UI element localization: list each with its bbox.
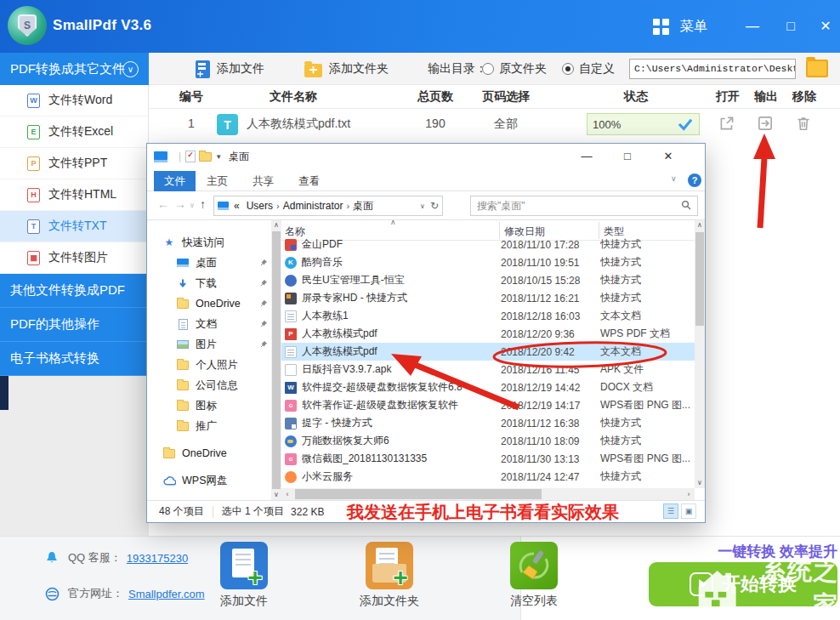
start-convert-button[interactable]: 开始转换 bbox=[649, 562, 837, 606]
nav-item[interactable]: OneDrive bbox=[147, 443, 271, 464]
file-row[interactable]: 人本教练12018/12/18 16:03文本文档 bbox=[281, 307, 695, 325]
address-box[interactable]: « Users › Administrator › 桌面 ∨ ↻ bbox=[213, 196, 443, 216]
add-folder-big-label: 添加文件夹 bbox=[355, 594, 423, 609]
sidebar-item[interactable]: H文件转HTML bbox=[0, 179, 148, 211]
maximize-button[interactable]: □ bbox=[778, 15, 803, 37]
file-row[interactable]: G微信截图_201811301313352018/11/30 13:13WPS看… bbox=[281, 450, 695, 468]
file-row[interactable]: 民生U宝管理工具-恒宝2018/10/15 15:28快捷方式 bbox=[281, 271, 695, 289]
sidebar-section[interactable]: PDF的其他操作 bbox=[0, 308, 149, 342]
explorer-close-button[interactable]: ✕ bbox=[654, 144, 683, 169]
breadcrumb-users[interactable]: Users bbox=[243, 200, 276, 212]
nav-scrollbar[interactable]: ∧ ∨ bbox=[271, 220, 281, 500]
scroll-right-icon[interactable]: › bbox=[683, 488, 695, 500]
sidebar-section[interactable]: 电子书格式转换 bbox=[0, 342, 149, 376]
table-row[interactable]: 1 T 人本教练模式pdf.txt 190 全部 100% bbox=[149, 109, 840, 140]
ribbon-collapse-icon[interactable]: ∨ bbox=[671, 174, 677, 183]
output-file-icon[interactable] bbox=[756, 114, 776, 134]
nav-item[interactable]: 图标 bbox=[147, 395, 271, 416]
details-view-icon[interactable]: ☰ bbox=[663, 503, 678, 519]
add-file-big-button[interactable]: + 添加文件 bbox=[210, 542, 278, 609]
thumbnail-view-icon[interactable]: ▣ bbox=[681, 503, 696, 519]
sidebar-header[interactable]: PDF转换成其它文件 ∨ bbox=[0, 53, 149, 85]
add-folder-icon bbox=[304, 64, 322, 77]
scroll-down-icon[interactable]: ∨ bbox=[271, 490, 281, 500]
nav-item[interactable]: ★快速访问 bbox=[147, 232, 271, 253]
refresh-icon[interactable]: ↻ bbox=[430, 200, 439, 212]
explorer-minimize-button[interactable]: — bbox=[572, 144, 601, 169]
file-icon-xiaomi bbox=[285, 471, 297, 483]
add-file-button[interactable]: 添加文件 bbox=[196, 53, 264, 85]
hscroll-thumb[interactable] bbox=[295, 489, 542, 499]
quick-access-folder-icon[interactable] bbox=[199, 152, 212, 162]
tab-file[interactable]: 文件 bbox=[154, 171, 196, 191]
add-folder-big-button[interactable]: + 添加文件夹 bbox=[355, 542, 423, 609]
output-path-input[interactable]: C:\Users\Administrator\Desktop bbox=[629, 59, 796, 79]
quick-access-dropdown-icon[interactable]: ▼ bbox=[215, 153, 222, 161]
tab-view[interactable]: 查看 bbox=[288, 171, 330, 191]
nav-item[interactable]: OneDrive bbox=[147, 293, 271, 314]
file-row[interactable]: K酷狗音乐2018/11/10 19:51快捷方式 bbox=[281, 253, 695, 271]
explorer-maximize-button[interactable]: □ bbox=[613, 144, 642, 169]
file-date-cell: 2018/10/15 15:28 bbox=[501, 275, 600, 287]
close-button[interactable]: ✕ bbox=[813, 15, 838, 37]
file-row[interactable]: 提字 - 快捷方式2018/11/12 16:38快捷方式 bbox=[281, 414, 695, 432]
menu-grid-icon[interactable] bbox=[653, 19, 669, 35]
nav-item[interactable]: WPS网盘 bbox=[147, 470, 271, 491]
file-row[interactable]: 小米云服务2018/11/24 12:47快捷方式 bbox=[281, 468, 695, 486]
list-horizontal-scrollbar[interactable]: ‹ › bbox=[281, 488, 695, 500]
nav-scroll-thumb[interactable] bbox=[272, 231, 281, 489]
sidebar-item[interactable]: P文件转PPT bbox=[0, 148, 148, 179]
history-dropdown-icon[interactable]: ∨ bbox=[190, 202, 195, 209]
file-row[interactable]: P人本教练模式pdf2018/12/20 9:36WPS PDF 文档 bbox=[281, 325, 695, 343]
browse-folder-button[interactable] bbox=[806, 60, 828, 77]
file-row[interactable]: 万能数据恢复大师62018/11/10 18:09快捷方式 bbox=[281, 432, 695, 450]
sidebar-item[interactable]: T文件转TXT bbox=[0, 211, 148, 242]
sidebar-section[interactable]: 其他文件转换成PDF bbox=[0, 274, 149, 308]
nav-item[interactable]: 文档 bbox=[147, 314, 271, 334]
scroll-up-icon[interactable]: ∧ bbox=[695, 220, 705, 230]
sidebar-item[interactable]: ▦文件转图片 bbox=[0, 242, 148, 274]
file-row[interactable]: W软件提交-超级硬盘数据恢复软件6.82018/12/19 14:42DOCX … bbox=[281, 378, 695, 396]
tab-share[interactable]: 共享 bbox=[242, 171, 284, 191]
nav-item[interactable]: 推广 bbox=[147, 416, 271, 436]
forward-icon[interactable]: → bbox=[174, 197, 186, 211]
list-scroll-thumb[interactable] bbox=[695, 232, 704, 326]
address-dropdown-icon[interactable]: ∨ bbox=[420, 202, 425, 210]
file-row[interactable]: 人本教练模式pdf2018/12/20 9:42文本文档 bbox=[281, 343, 695, 361]
scroll-up-icon[interactable]: ∧ bbox=[271, 220, 281, 230]
file-row[interactable]: 金山PDF2018/11/10 17:28快捷方式 bbox=[281, 236, 695, 253]
sidebar-item[interactable]: E文件转Excel bbox=[0, 117, 148, 148]
scroll-down-icon[interactable]: ∨ bbox=[695, 478, 705, 488]
file-row[interactable]: 日版抖音V3.9.7.apk2018/12/16 11:45APK 文件 bbox=[281, 361, 695, 378]
up-icon[interactable]: ↑ bbox=[200, 197, 206, 211]
open-file-icon[interactable] bbox=[718, 114, 738, 134]
nav-item[interactable]: 桌面 bbox=[147, 253, 271, 273]
file-row[interactable]: 屏录专家HD - 快捷方式2018/11/12 16:21快捷方式 bbox=[281, 289, 695, 307]
radio-original-folder[interactable]: 原文件夹 bbox=[482, 53, 547, 85]
nav-item[interactable]: 图片 bbox=[147, 334, 271, 355]
search-input[interactable]: 搜索"桌面" bbox=[470, 196, 698, 216]
remove-file-icon[interactable] bbox=[794, 114, 814, 134]
tab-home[interactable]: 主页 bbox=[196, 171, 238, 191]
back-icon[interactable]: ← bbox=[157, 197, 169, 211]
clear-list-big-button[interactable]: 清空列表 bbox=[500, 542, 568, 609]
help-icon[interactable]: ? bbox=[688, 173, 701, 187]
radio-custom[interactable]: 自定义 bbox=[562, 53, 615, 85]
sidebar-item[interactable]: W文件转Word bbox=[0, 85, 148, 117]
site-url-link[interactable]: Smallpdfer.com bbox=[128, 588, 205, 600]
minimize-button[interactable]: — bbox=[740, 15, 765, 37]
add-folder-button[interactable]: 添加文件夹 bbox=[304, 53, 389, 85]
nav-item[interactable]: 个人照片 bbox=[147, 355, 271, 375]
menu-button[interactable]: 菜单 bbox=[680, 18, 707, 36]
qq-number-link[interactable]: 1933175230 bbox=[127, 552, 188, 565]
nav-item[interactable]: 下载 bbox=[147, 273, 271, 293]
scroll-left-icon[interactable]: ‹ bbox=[281, 488, 293, 500]
quick-access-properties-icon[interactable] bbox=[185, 151, 196, 162]
breadcrumb-administrator[interactable]: Administrator bbox=[280, 200, 347, 212]
pin-icon bbox=[260, 318, 268, 330]
file-row[interactable]: G软件著作证-超级硬盘数据恢复软件2018/12/19 14:17WPS看图 P… bbox=[281, 396, 695, 414]
list-vertical-scrollbar[interactable]: ∧ ∨ bbox=[695, 220, 705, 488]
breadcrumb-desktop[interactable]: 桌面 bbox=[349, 199, 377, 213]
nav-item[interactable]: 公司信息 bbox=[147, 375, 271, 395]
file-name-cell: 小米云服务 bbox=[281, 469, 501, 484]
